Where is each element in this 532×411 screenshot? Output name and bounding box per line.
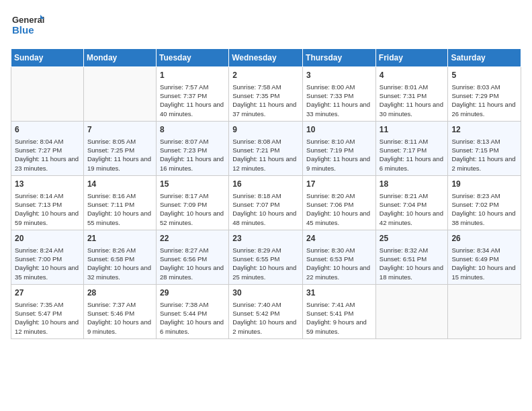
- calendar-cell: [448, 284, 521, 338]
- calendar-cell: 14Sunrise: 8:16 AMSunset: 7:11 PMDayligh…: [83, 175, 156, 230]
- svg-text:General: General: [12, 15, 44, 25]
- day-header: Thursday: [303, 49, 376, 67]
- day-info: Sunrise: 8:14 AMSunset: 7:13 PMDaylight:…: [15, 191, 80, 227]
- svg-text:Blue: Blue: [12, 24, 34, 36]
- calendar-cell: 16Sunrise: 8:18 AMSunset: 7:07 PMDayligh…: [229, 175, 303, 230]
- day-info: Sunrise: 8:34 AMSunset: 6:49 PMDaylight:…: [451, 246, 517, 281]
- calendar-cell: 17Sunrise: 8:20 AMSunset: 7:06 PMDayligh…: [303, 175, 376, 230]
- day-number: 13: [15, 179, 80, 190]
- logo-svg: General Blue: [11, 11, 44, 40]
- day-info: Sunrise: 8:18 AMSunset: 7:07 PMDaylight:…: [232, 191, 299, 227]
- day-info: Sunrise: 8:26 AMSunset: 6:58 PMDaylight:…: [87, 246, 152, 281]
- calendar-cell: 30Sunrise: 7:40 AMSunset: 5:42 PMDayligh…: [229, 284, 303, 338]
- day-number: 21: [87, 233, 152, 244]
- calendar-week-row: 27Sunrise: 7:35 AMSunset: 5:47 PMDayligh…: [11, 284, 521, 338]
- calendar-cell: 23Sunrise: 8:29 AMSunset: 6:55 PMDayligh…: [229, 230, 303, 284]
- calendar-cell: 3Sunrise: 8:00 AMSunset: 7:33 PMDaylight…: [303, 67, 376, 122]
- day-header: Friday: [375, 49, 448, 67]
- calendar-week-row: 13Sunrise: 8:14 AMSunset: 7:13 PMDayligh…: [11, 175, 521, 230]
- page-header: General Blue: [11, 11, 521, 40]
- day-info: Sunrise: 8:11 AMSunset: 7:17 PMDaylight:…: [380, 137, 445, 173]
- day-number: 3: [306, 70, 372, 81]
- day-info: Sunrise: 8:30 AMSunset: 6:53 PMDaylight:…: [306, 246, 372, 281]
- day-number: 26: [451, 233, 517, 244]
- day-number: 2: [232, 70, 299, 81]
- day-info: Sunrise: 8:08 AMSunset: 7:21 PMDaylight:…: [232, 137, 299, 173]
- day-number: 29: [160, 287, 225, 299]
- day-number: 31: [306, 287, 372, 299]
- calendar-cell: 21Sunrise: 8:26 AMSunset: 6:58 PMDayligh…: [83, 230, 156, 284]
- calendar-cell: 24Sunrise: 8:30 AMSunset: 6:53 PMDayligh…: [303, 230, 376, 284]
- day-number: 15: [160, 179, 225, 190]
- day-header: Saturday: [448, 49, 521, 67]
- day-header: Wednesday: [229, 49, 303, 67]
- day-number: 27: [15, 287, 80, 299]
- calendar-cell: 13Sunrise: 8:14 AMSunset: 7:13 PMDayligh…: [11, 175, 84, 230]
- day-info: Sunrise: 8:13 AMSunset: 7:15 PMDaylight:…: [451, 137, 517, 173]
- day-number: 10: [306, 124, 372, 136]
- day-info: Sunrise: 7:40 AMSunset: 5:42 PMDaylight:…: [232, 300, 299, 336]
- calendar-cell: 8Sunrise: 8:07 AMSunset: 7:23 PMDaylight…: [156, 121, 228, 175]
- calendar-cell: 1Sunrise: 7:57 AMSunset: 7:37 PMDaylight…: [156, 67, 228, 122]
- calendar-cell: [375, 284, 448, 338]
- day-number: 17: [306, 179, 372, 190]
- logo: General Blue: [11, 11, 44, 40]
- day-info: Sunrise: 8:24 AMSunset: 7:00 PMDaylight:…: [15, 246, 80, 281]
- day-info: Sunrise: 8:21 AMSunset: 7:04 PMDaylight:…: [380, 191, 445, 227]
- calendar-cell: 4Sunrise: 8:01 AMSunset: 7:31 PMDaylight…: [375, 67, 448, 122]
- day-info: Sunrise: 8:03 AMSunset: 7:29 PMDaylight:…: [451, 83, 517, 118]
- calendar-cell: [83, 67, 156, 122]
- calendar-cell: 5Sunrise: 8:03 AMSunset: 7:29 PMDaylight…: [448, 67, 521, 122]
- day-info: Sunrise: 7:58 AMSunset: 7:35 PMDaylight:…: [232, 83, 299, 118]
- day-info: Sunrise: 8:04 AMSunset: 7:27 PMDaylight:…: [15, 137, 80, 173]
- day-number: 14: [87, 179, 152, 190]
- calendar-cell: 6Sunrise: 8:04 AMSunset: 7:27 PMDaylight…: [11, 121, 84, 175]
- day-info: Sunrise: 7:41 AMSunset: 5:41 PMDaylight:…: [306, 300, 372, 336]
- day-number: 20: [15, 233, 80, 244]
- day-info: Sunrise: 7:37 AMSunset: 5:46 PMDaylight:…: [87, 300, 152, 336]
- day-header: Monday: [83, 49, 156, 67]
- day-number: 11: [380, 124, 445, 136]
- day-info: Sunrise: 8:07 AMSunset: 7:23 PMDaylight:…: [160, 137, 225, 173]
- day-number: 9: [232, 124, 299, 136]
- day-number: 12: [451, 124, 517, 136]
- day-info: Sunrise: 8:01 AMSunset: 7:31 PMDaylight:…: [380, 83, 445, 118]
- day-number: 24: [306, 233, 372, 244]
- day-number: 18: [380, 179, 445, 190]
- day-number: 5: [451, 70, 517, 81]
- calendar-cell: 11Sunrise: 8:11 AMSunset: 7:17 PMDayligh…: [375, 121, 448, 175]
- day-info: Sunrise: 8:27 AMSunset: 6:56 PMDaylight:…: [160, 246, 225, 281]
- day-number: 16: [232, 179, 299, 190]
- day-number: 6: [15, 124, 80, 136]
- day-info: Sunrise: 7:57 AMSunset: 7:37 PMDaylight:…: [160, 83, 225, 118]
- day-info: Sunrise: 8:23 AMSunset: 7:02 PMDaylight:…: [451, 191, 517, 227]
- day-info: Sunrise: 7:38 AMSunset: 5:44 PMDaylight:…: [160, 300, 225, 336]
- calendar-cell: 12Sunrise: 8:13 AMSunset: 7:15 PMDayligh…: [448, 121, 521, 175]
- calendar-cell: 10Sunrise: 8:10 AMSunset: 7:19 PMDayligh…: [303, 121, 376, 175]
- calendar-cell: 18Sunrise: 8:21 AMSunset: 7:04 PMDayligh…: [375, 175, 448, 230]
- calendar-cell: 7Sunrise: 8:05 AMSunset: 7:25 PMDaylight…: [83, 121, 156, 175]
- day-info: Sunrise: 8:16 AMSunset: 7:11 PMDaylight:…: [87, 191, 152, 227]
- day-info: Sunrise: 8:17 AMSunset: 7:09 PMDaylight:…: [160, 191, 225, 227]
- calendar-cell: 22Sunrise: 8:27 AMSunset: 6:56 PMDayligh…: [156, 230, 228, 284]
- day-number: 28: [87, 287, 152, 299]
- day-number: 22: [160, 233, 225, 244]
- day-info: Sunrise: 8:29 AMSunset: 6:55 PMDaylight:…: [232, 246, 299, 281]
- calendar-table: SundayMondayTuesdayWednesdayThursdayFrid…: [11, 48, 521, 339]
- day-info: Sunrise: 8:20 AMSunset: 7:06 PMDaylight:…: [306, 191, 372, 227]
- day-number: 7: [87, 124, 152, 136]
- calendar-week-row: 1Sunrise: 7:57 AMSunset: 7:37 PMDaylight…: [11, 67, 521, 122]
- calendar-cell: 26Sunrise: 8:34 AMSunset: 6:49 PMDayligh…: [448, 230, 521, 284]
- calendar-cell: 25Sunrise: 8:32 AMSunset: 6:51 PMDayligh…: [375, 230, 448, 284]
- calendar-cell: 19Sunrise: 8:23 AMSunset: 7:02 PMDayligh…: [448, 175, 521, 230]
- day-number: 4: [380, 70, 445, 81]
- day-number: 25: [380, 233, 445, 244]
- calendar-cell: 9Sunrise: 8:08 AMSunset: 7:21 PMDaylight…: [229, 121, 303, 175]
- day-info: Sunrise: 7:35 AMSunset: 5:47 PMDaylight:…: [15, 300, 80, 336]
- day-info: Sunrise: 8:00 AMSunset: 7:33 PMDaylight:…: [306, 83, 372, 118]
- calendar-cell: 31Sunrise: 7:41 AMSunset: 5:41 PMDayligh…: [303, 284, 376, 338]
- day-info: Sunrise: 8:05 AMSunset: 7:25 PMDaylight:…: [87, 137, 152, 173]
- day-info: Sunrise: 8:10 AMSunset: 7:19 PMDaylight:…: [306, 137, 372, 173]
- day-header: Tuesday: [156, 49, 228, 67]
- day-number: 30: [232, 287, 299, 299]
